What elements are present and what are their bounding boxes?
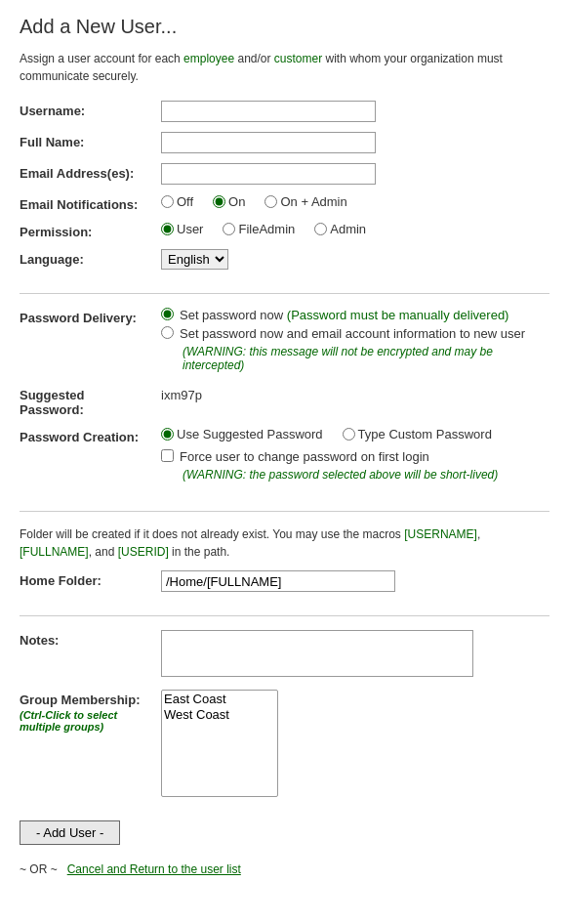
notification-off-radio[interactable] <box>161 195 174 208</box>
suggested-password-row: SuggestedPassword: ixm97p <box>20 388 549 417</box>
group-label: Group Membership: <box>20 693 161 707</box>
homefolder-input-wrapper <box>161 570 549 592</box>
pw-manual-label: Set password now (Password must be manua… <box>180 308 508 322</box>
force-change-option: Force user to change password on first l… <box>161 449 549 464</box>
custom-password-item: Type Custom Password <box>343 427 492 441</box>
notifications-options: Off On On + Admin <box>161 194 549 209</box>
password-delivery-options: Set password now (Password must be manua… <box>161 308 549 378</box>
language-select-wrapper: English <box>161 249 549 270</box>
notes-row: Notes: <box>20 630 549 680</box>
notification-off-item: Off <box>161 194 193 209</box>
pw-email-label: Set password now and email account infor… <box>180 326 525 341</box>
group-listbox-wrapper: East Coast West Coast <box>161 690 549 797</box>
notes-section: Notes: <box>20 630 549 680</box>
pw-option2: Set password now and email account infor… <box>161 326 549 341</box>
force-change-checkbox[interactable] <box>161 449 174 462</box>
homefolder-input[interactable] <box>161 570 395 592</box>
group-label-wrapper: Group Membership: (Ctrl-Click to selectm… <box>20 690 161 733</box>
group-option-eastcoast[interactable]: East Coast <box>164 692 275 707</box>
email-input[interactable] <box>161 163 376 185</box>
permission-user-label: User <box>177 222 203 236</box>
permission-fileadmin-radio[interactable] <box>223 223 235 235</box>
suggested-password-label: SuggestedPassword: <box>20 388 161 417</box>
permission-user-radio[interactable] <box>161 223 174 235</box>
password-delivery-label: Password Delivery: <box>20 308 161 325</box>
fullname-input[interactable] <box>161 132 376 153</box>
folder-description: Folder will be created if it does not al… <box>20 525 549 561</box>
use-suggested-label: Use Suggested Password <box>177 427 323 441</box>
or-row: ~ OR ~ Cancel and Return to the user lis… <box>20 862 549 876</box>
force-change-warning: (WARNING: the password selected above wi… <box>183 468 549 482</box>
pw-email-warning: (WARNING: this message will not be encry… <box>183 345 549 372</box>
force-change-label: Force user to change password on first l… <box>180 449 429 464</box>
permission-fileadmin-label: FileAdmin <box>238 222 295 236</box>
creation-radio-group: Use Suggested Password Type Custom Passw… <box>161 427 549 441</box>
pw-option1: Set password now (Password must be manua… <box>161 308 549 322</box>
user-fields-section: Username: Full Name: Email Address(es): … <box>20 101 549 294</box>
custom-password-label: Type Custom Password <box>358 427 492 441</box>
group-membership-section: Group Membership: (Ctrl-Click to selectm… <box>20 690 549 797</box>
folder-section: Folder will be created if it does not al… <box>20 525 549 616</box>
permission-options: User FileAdmin Admin <box>161 222 549 236</box>
username-row: Username: <box>20 101 549 122</box>
notification-admin-item: On + Admin <box>264 194 346 209</box>
group-row: Group Membership: (Ctrl-Click to selectm… <box>20 690 549 797</box>
notification-on-item: On <box>213 194 245 209</box>
homefolder-row: Home Folder: <box>20 570 549 592</box>
notifications-row: Email Notifications: Off On On + Admin <box>20 194 549 212</box>
add-user-button-wrapper: - Add User - <box>20 813 549 857</box>
email-field-wrapper <box>161 163 549 185</box>
group-sublabel: (Ctrl-Click to selectmultiple groups) <box>20 709 161 733</box>
username-input[interactable] <box>161 101 376 122</box>
suggested-password-value: ixm97p <box>161 388 202 402</box>
language-select[interactable]: English <box>161 249 228 270</box>
password-section: Password Delivery: Set password now (Pas… <box>20 308 549 512</box>
use-suggested-radio[interactable] <box>161 428 174 441</box>
add-user-button[interactable]: - Add User - <box>20 820 120 845</box>
page-title: Add a New User... <box>20 16 549 38</box>
pw-email-radio[interactable] <box>161 326 174 339</box>
use-suggested-item: Use Suggested Password <box>161 427 323 441</box>
homefolder-label: Home Folder: <box>20 570 161 588</box>
password-delivery-row: Password Delivery: Set password now (Pas… <box>20 308 549 378</box>
permission-admin-label: Admin <box>330 222 366 236</box>
permission-label: Permission: <box>20 222 161 239</box>
permission-user-item: User <box>161 222 203 236</box>
cancel-link[interactable]: Cancel and Return to the user list <box>67 862 241 876</box>
notification-onadmin-radio[interactable] <box>264 195 277 208</box>
notifications-label: Email Notifications: <box>20 194 161 212</box>
permission-admin-radio[interactable] <box>314 223 327 235</box>
group-listbox[interactable]: East Coast West Coast <box>161 690 278 797</box>
notification-on-radio[interactable] <box>213 195 225 208</box>
group-option-westcoast[interactable]: West Coast <box>164 707 275 723</box>
page-description: Assign a user account for each employee … <box>20 50 549 85</box>
notes-label: Notes: <box>20 630 161 648</box>
password-creation-options: Use Suggested Password Type Custom Passw… <box>161 427 549 487</box>
permission-row: Permission: User FileAdmin Admin <box>20 222 549 239</box>
notes-textarea[interactable] <box>161 630 473 677</box>
permission-admin-item: Admin <box>314 222 366 236</box>
fullname-field-wrapper <box>161 132 549 153</box>
username-field-wrapper <box>161 101 549 122</box>
password-creation-label: Password Creation: <box>20 427 161 444</box>
language-row: Language: English <box>20 249 549 270</box>
or-text: ~ OR ~ <box>20 862 58 876</box>
custom-password-radio[interactable] <box>343 428 355 441</box>
permission-fileadmin-item: FileAdmin <box>223 222 295 236</box>
notes-field-wrapper <box>161 630 549 680</box>
email-label: Email Address(es): <box>20 163 161 181</box>
notification-on-label: On <box>228 194 245 209</box>
language-label: Language: <box>20 249 161 267</box>
notification-off-label: Off <box>177 194 193 209</box>
username-label: Username: <box>20 101 161 118</box>
fullname-row: Full Name: <box>20 132 549 153</box>
email-row: Email Address(es): <box>20 163 549 185</box>
password-creation-row: Password Creation: Use Suggested Passwor… <box>20 427 549 487</box>
fullname-label: Full Name: <box>20 132 161 149</box>
notification-onadmin-label: On + Admin <box>280 194 346 209</box>
pw-manual-radio[interactable] <box>161 308 174 320</box>
